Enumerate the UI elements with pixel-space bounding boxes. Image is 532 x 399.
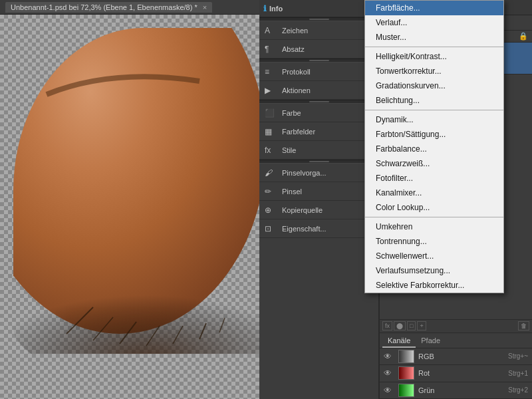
pinselvorga-label: Pinselvorga... xyxy=(282,169,327,177)
menu-item-2[interactable]: Muster... xyxy=(365,30,503,45)
canvas-tab-bar: Unbenannt-1.psd bei 72,3% (Ebene 1, Eben… xyxy=(0,0,259,15)
menu-item-6[interactable]: Belichtung... xyxy=(365,93,503,108)
menu-item-17[interactable]: Verlaufsumsetzung... xyxy=(365,263,503,278)
farbfelder-label: Farbfelder xyxy=(282,128,315,136)
menu-item-9[interactable]: Farbbalance... xyxy=(365,142,503,156)
farbe-label: Farbe xyxy=(282,109,301,117)
channel-gruen[interactable]: 👁 Grün Strg+2 xyxy=(380,382,532,399)
menu-item-11[interactable]: Fotofilter... xyxy=(365,171,503,186)
tool-absatz[interactable]: ¶ Absatz xyxy=(259,40,378,59)
tool-farbe[interactable]: ⬛ Farbe xyxy=(259,104,378,122)
absatz-icon: ¶ xyxy=(265,45,278,54)
action-btn-1[interactable]: fx xyxy=(382,321,392,331)
aktionen-label: Aktionen xyxy=(282,86,311,94)
channel-rgb[interactable]: 👁 RGB Strg+~ xyxy=(380,348,532,365)
pinselvorga-icon: 🖌 xyxy=(265,168,278,178)
tab-close-button[interactable]: × xyxy=(203,3,207,11)
middle-tools-panel: ℹ Info A Zeichen ¶ Absatz ≡ Protokoll ▶ … xyxy=(259,0,379,399)
menu-item-7[interactable]: Dynamik... xyxy=(365,112,503,127)
menu-item-10[interactable]: Schwarzweiß... xyxy=(365,156,503,171)
menu-item-12[interactable]: Kanalmixer... xyxy=(365,186,503,200)
tool-pinselvorga[interactable]: 🖌 Pinselvorga... xyxy=(259,164,378,182)
menu-item-0[interactable]: Farbfläche... xyxy=(365,1,503,15)
kopierquelle-icon: ⊕ xyxy=(265,205,278,215)
tool-protokoll[interactable]: ≡ Protokoll xyxy=(259,63,378,81)
menu-item-15[interactable]: Tontrennung... xyxy=(365,234,503,249)
channel-shortcut-rot: Strg+1 xyxy=(508,370,528,377)
protokoll-icon: ≡ xyxy=(265,67,278,76)
pinsel-label: Pinsel xyxy=(282,188,302,196)
zeichen-icon: A xyxy=(265,26,278,35)
protokoll-label: Protokoll xyxy=(282,68,311,76)
canvas-area: Unbenannt-1.psd bei 72,3% (Ebene 1, Eben… xyxy=(0,0,259,399)
tool-kopierquelle[interactable]: ⊕ Kopierquelle xyxy=(259,201,378,219)
menu-item-16[interactable]: Schwellenwert... xyxy=(365,249,503,263)
eye-layer-canvas xyxy=(13,28,259,354)
menu-separator-6 xyxy=(365,110,503,110)
menu-item-5[interactable]: Gradationskurven... xyxy=(365,78,503,93)
aktionen-icon: ▶ xyxy=(265,86,278,95)
fix-icon-4[interactable]: 🔒 xyxy=(519,32,528,41)
channel-thumb-gruen xyxy=(398,384,414,397)
zeichen-label: Zeichen xyxy=(282,27,308,35)
canvas-image-area xyxy=(0,15,259,399)
channel-name-rgb: RGB xyxy=(418,352,508,360)
tool-eigenschaft[interactable]: ⊡ Eigenschaft... xyxy=(259,219,378,238)
tab-title: Unbenannt-1.psd bei 72,3% (Ebene 1, Eben… xyxy=(11,3,198,11)
action-buttons-row: fx ⬤ □ + 🗑 xyxy=(380,320,532,333)
bottom-tab-bar: Kanäle Pfade xyxy=(380,333,532,348)
pinsel-icon: ✏ xyxy=(265,187,278,196)
stile-icon: fx xyxy=(265,146,278,155)
channel-rot[interactable]: 👁 Rot Strg+1 xyxy=(380,365,532,382)
menu-item-1[interactable]: Verlauf... xyxy=(365,15,503,30)
channel-name-rot: Rot xyxy=(418,369,508,377)
tab-kanaele[interactable]: Kanäle xyxy=(382,334,416,348)
app-container: Unbenannt-1.psd bei 72,3% (Ebene 1, Eben… xyxy=(0,0,532,399)
absatz-label: Absatz xyxy=(282,45,305,53)
channels-panel: fx ⬤ □ + 🗑 Kanäle Pfade 👁 RGB Strg+~ 👁 xyxy=(380,319,532,399)
eigenschaft-label: Eigenschaft... xyxy=(282,225,327,233)
canvas-tab[interactable]: Unbenannt-1.psd bei 72,3% (Ebene 1, Eben… xyxy=(5,2,212,13)
menu-item-3[interactable]: Helligkeit/Kontrast... xyxy=(365,49,503,64)
action-btn-4[interactable]: + xyxy=(417,321,426,331)
tool-zeichen[interactable]: A Zeichen xyxy=(259,21,378,40)
channel-thumb-rgb xyxy=(398,350,414,363)
channel-name-gruen: Grün xyxy=(418,386,508,394)
action-btn-2[interactable]: ⬤ xyxy=(394,321,406,331)
kopierquelle-label: Kopierquelle xyxy=(282,206,323,214)
info-panel-header: ℹ Info xyxy=(259,0,378,17)
menu-separator-13 xyxy=(365,217,503,217)
channel-thumb-rot xyxy=(398,366,414,380)
action-btn-3[interactable]: □ xyxy=(407,321,416,331)
tool-aktionen[interactable]: ▶ Aktionen xyxy=(259,81,378,100)
menu-item-4[interactable]: Tonwertkorrektur... xyxy=(365,64,503,78)
info-icon: ℹ xyxy=(263,4,267,13)
info-panel-title: Info xyxy=(269,5,283,13)
tool-stile[interactable]: fx Stile xyxy=(259,141,378,160)
channel-shortcut-gruen: Strg+2 xyxy=(508,386,528,394)
farbe-icon: ⬛ xyxy=(265,108,278,118)
farbfelder-icon: ▦ xyxy=(265,127,278,136)
menu-separator-2 xyxy=(365,47,503,47)
tool-farbfelder[interactable]: ▦ Farbfelder xyxy=(259,122,378,141)
stile-label: Stile xyxy=(282,146,296,154)
channel-shortcut-rgb: Strg+~ xyxy=(508,352,528,360)
channel-eye-gruen[interactable]: 👁 xyxy=(384,386,396,395)
canvas-svg xyxy=(13,28,259,354)
eigenschaft-icon: ⊡ xyxy=(265,224,278,233)
menu-item-13[interactable]: Color Lookup... xyxy=(365,200,503,215)
menu-item-8[interactable]: Farbton/Sättigung... xyxy=(365,127,503,142)
menu-item-18[interactable]: Selektive Farbkorrektur... xyxy=(365,278,503,293)
tool-pinsel[interactable]: ✏ Pinsel xyxy=(259,182,378,201)
adjustment-dropdown-menu: Farbfläche...Verlauf...Muster...Helligke… xyxy=(364,0,504,293)
channel-eye-rgb[interactable]: 👁 xyxy=(384,352,396,361)
menu-item-14[interactable]: Umkehren xyxy=(365,219,503,234)
channel-eye-rot[interactable]: 👁 xyxy=(384,368,396,378)
tab-pfade[interactable]: Pfade xyxy=(416,334,446,348)
action-btn-delete[interactable]: 🗑 xyxy=(518,321,529,331)
